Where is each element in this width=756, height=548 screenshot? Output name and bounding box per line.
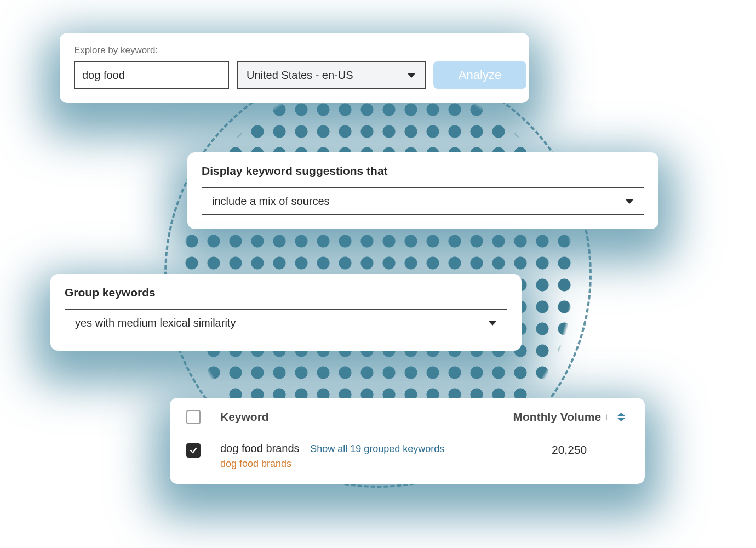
sort-down-icon — [617, 418, 626, 421]
suggestions-heading: Display keyword suggestions that — [202, 164, 644, 178]
explore-card: Explore by keyword: United States - en-U… — [60, 33, 529, 103]
sort-up-icon — [617, 413, 626, 416]
suggestions-select[interactable]: include a mix of sources — [202, 187, 644, 215]
row-volume: 20,250 — [552, 443, 628, 456]
column-keyword: Keyword — [220, 410, 513, 424]
show-grouped-link[interactable]: Show all 19 grouped keywords — [310, 443, 444, 454]
suggestions-card: Display keyword suggestions that include… — [187, 152, 658, 229]
suggestions-value: include a mix of sources — [212, 195, 330, 208]
analyze-button[interactable]: Analyze — [433, 61, 526, 89]
chevron-down-icon — [488, 321, 497, 326]
chevron-down-icon — [625, 199, 634, 204]
row-subkeyword: dog food brands — [220, 458, 552, 470]
locale-select[interactable]: United States - en-US — [237, 61, 426, 89]
results-card: Keyword Monthly Volume i dog food brands… — [170, 398, 645, 484]
explore-label: Explore by keyword: — [74, 45, 515, 56]
row-keyword: dog food brands — [220, 442, 300, 454]
group-card: Group keywords yes with medium lexical s… — [50, 274, 522, 351]
sort-toggle[interactable] — [614, 413, 628, 421]
group-heading: Group keywords — [65, 286, 507, 299]
keyword-input[interactable] — [74, 61, 229, 89]
locale-value: United States - en-US — [247, 69, 353, 82]
group-select[interactable]: yes with medium lexical similarity — [65, 309, 507, 336]
chevron-down-icon — [407, 73, 416, 78]
row-checkbox[interactable] — [186, 443, 201, 458]
table-row: dog food brands Show all 19 grouped keyw… — [186, 442, 628, 470]
info-icon[interactable]: i — [605, 413, 608, 421]
select-all-checkbox[interactable] — [186, 410, 201, 424]
group-value: yes with medium lexical similarity — [75, 317, 236, 329]
column-volume: Monthly Volume — [513, 410, 602, 424]
check-icon — [190, 447, 197, 454]
